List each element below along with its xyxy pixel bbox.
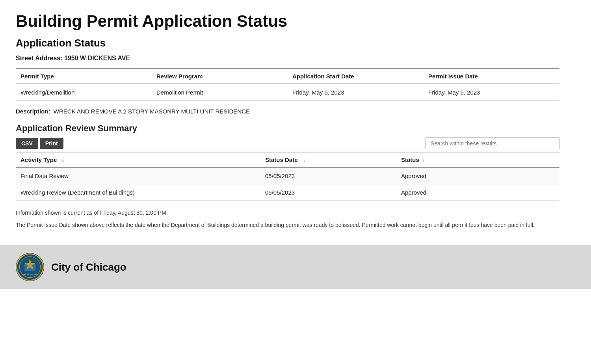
print-button[interactable]: Print	[40, 138, 63, 149]
permit-row: Wrecking/Demolition Demolition Permit Fr…	[16, 84, 559, 101]
application-start-date-header: Application Start Date	[288, 69, 424, 84]
table-row: Wrecking Review (Department of Buildings…	[16, 184, 559, 201]
activity-type-cell: Wrecking Review (Department of Buildings…	[16, 184, 260, 201]
status-cell: Approved	[396, 184, 559, 201]
permit-issue-date-header: Permit Issue Date	[424, 69, 559, 84]
chicago-seal-logo: CITY OF CHICAGO	[16, 253, 44, 281]
status-date-sort-icon[interactable]: ↑↓	[301, 158, 305, 163]
page-title: Building Permit Application Status	[16, 12, 559, 31]
chicago-seal-svg: CITY OF CHICAGO	[16, 253, 44, 281]
description-label: Description:	[16, 108, 50, 115]
permit-type-cell: Wrecking/Demolition	[16, 84, 152, 101]
footer: CITY OF CHICAGO City of Chicago	[0, 245, 591, 289]
table-row: Final Data Review 05/05/2023 Approved	[16, 167, 559, 184]
toolbar-left: CSV Print	[16, 138, 63, 149]
search-container	[426, 137, 559, 149]
activity-type-header: Activity Type ↑↓	[16, 152, 260, 167]
status-date-header: Status Date ↑↓	[260, 152, 396, 167]
review-table: Activity Type ↑↓ Status Date ↑↓ Status ↑…	[16, 152, 559, 201]
review-program-cell: Demolition Permit	[152, 84, 288, 101]
search-input[interactable]	[426, 137, 559, 149]
permit-issue-date-cell: Friday, May 5, 2023	[424, 84, 559, 101]
activity-type-cell: Final Data Review	[16, 167, 260, 184]
street-address-label: Street Address:	[16, 55, 63, 61]
status-cell: Approved	[396, 167, 559, 184]
csv-button[interactable]: CSV	[16, 138, 38, 149]
footer-city-name: City of Chicago	[51, 261, 126, 273]
status-date-cell: 05/05/2023	[260, 184, 396, 201]
summary-title: Application Review Summary	[16, 123, 559, 134]
current-as-of-text: Information shown is current as of Frida…	[16, 209, 559, 217]
section-title: Application Status	[16, 37, 559, 49]
permit-type-header: Permit Type	[16, 69, 152, 84]
main-content: Building Permit Application Status Appli…	[0, 0, 575, 241]
description-value: WRECK AND REMOVE A 2 STORY MASONRY MULTI…	[54, 108, 250, 115]
status-sort-icon[interactable]: ↑	[422, 158, 425, 163]
description-row: Description: WRECK AND REMOVE A 2 STORY …	[16, 106, 559, 116]
application-start-date-cell: Friday, May 5, 2023	[288, 84, 424, 101]
toolbar: CSV Print	[16, 137, 559, 149]
permit-table: Permit Type Review Program Application S…	[16, 68, 559, 101]
street-address: Street Address: 1950 W DICKENS AVE	[16, 55, 559, 62]
status-date-cell: 05/05/2023	[260, 167, 396, 184]
review-program-header: Review Program	[152, 69, 288, 84]
status-header: Status ↑	[396, 152, 559, 167]
permit-notice-text: The Permit Issue Date shown above reflec…	[16, 221, 559, 229]
activity-sort-icon[interactable]: ↑↓	[60, 158, 64, 163]
svg-text:CITY OF CHICAGO: CITY OF CHICAGO	[22, 274, 37, 276]
street-address-value: 1950 W DICKENS AVE	[64, 55, 130, 61]
